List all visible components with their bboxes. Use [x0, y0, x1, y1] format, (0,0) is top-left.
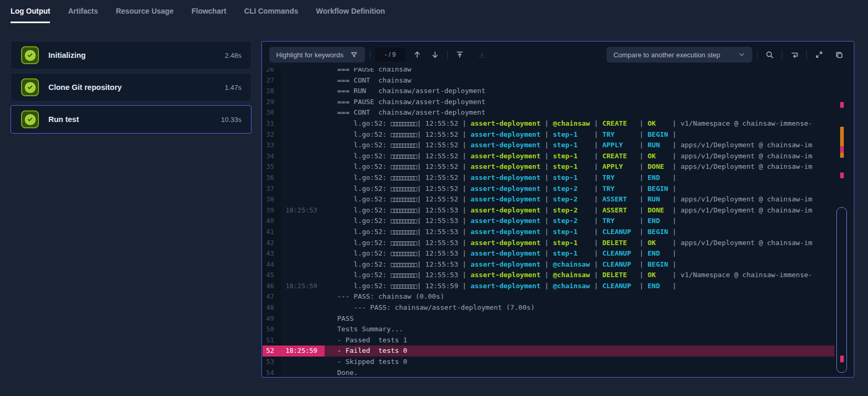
log-line[interactable]: 42 l.go:52: □□□□□□□□□| 12:55:53 | assert… [263, 238, 834, 249]
line-content: l.go:52: □□□□□□□□□| 12:55:52 | assert-de… [325, 118, 834, 129]
tab-label: Workflow Definition [316, 7, 385, 15]
scrollbar-thumb[interactable] [836, 207, 847, 373]
log-line[interactable]: 27 === CONT chainsaw [263, 75, 834, 86]
line-number: 48 [263, 302, 281, 313]
tab-cli-commands[interactable]: CLI Commands [244, 7, 298, 23]
line-content: l.go:52: □□□□□□□□□| 12:55:52 | assert-de… [325, 161, 834, 172]
line-content: --- PASS: chainsaw/assert-deployment (7.… [325, 302, 834, 313]
log-line[interactable]: 47 --- PASS: chainsaw (0.00s) [263, 291, 834, 302]
next-match-button[interactable] [428, 47, 442, 62]
search-icon[interactable] [762, 47, 777, 62]
line-number: 32 [263, 129, 281, 140]
line-content: --- PASS: chainsaw (0.00s) [325, 291, 834, 302]
tab-label: Resource Usage [116, 7, 174, 15]
tab-artifacts[interactable]: Artifacts [68, 7, 98, 23]
highlight-keywords-dropdown[interactable]: Highlight for keywords [269, 47, 365, 63]
log-line[interactable]: 28 === RUN chainsaw/assert-deployment [263, 86, 834, 97]
log-line[interactable]: 50 Tests Summary... [263, 324, 834, 335]
step-card-run-test[interactable]: Run test 10.33s [11, 105, 251, 134]
log-line[interactable]: 49 PASS [263, 313, 834, 324]
execution-steps-list: Initializing 2.48s Clone Git repository … [11, 41, 251, 137]
line-number: 49 [263, 313, 281, 324]
log-line[interactable]: 45 l.go:52: □□□□□□□□□| 12:55:53 | assert… [263, 270, 834, 281]
line-number: 34 [263, 151, 281, 162]
log-line[interactable]: 34 l.go:52: □□□□□□□□□| 12:55:52 | assert… [263, 151, 834, 162]
line-number: 35 [263, 161, 281, 172]
log-line[interactable]: 31 l.go:52: □□□□□□□□□| 12:55:52 | assert… [263, 118, 834, 129]
log-line[interactable]: 32 l.go:52: □□□□□□□□□| 12:55:52 | assert… [263, 129, 834, 140]
line-content: - Skipped tests 0 [325, 357, 834, 368]
log-line[interactable]: 51 - Passed tests 1 [263, 335, 834, 346]
log-line[interactable]: 52 18:25:59 - Failed tests 0 [263, 346, 834, 357]
expand-fullscreen-icon[interactable] [812, 47, 826, 62]
log-line[interactable]: 36 l.go:52: □□□□□□□□□| 12:55:52 | assert… [263, 172, 834, 184]
log-line[interactable]: 43 l.go:52: □□□□□□□□□| 12:55:53 | assert… [263, 248, 834, 259]
line-content: l.go:52: □□□□□□□□□| 12:55:52 | assert-de… [325, 140, 834, 151]
log-minimap-scrollbar[interactable] [834, 68, 853, 377]
line-content: === PAUSE chainsaw [325, 68, 834, 75]
line-number: 31 [263, 118, 281, 129]
line-content: l.go:52: □□□□□□□□□| 12:55:52 | assert-de… [325, 184, 834, 195]
log-line[interactable]: 48 --- PASS: chainsaw/assert-deployment … [263, 302, 834, 313]
step-duration: 10.33s [221, 116, 241, 124]
wrap-lines-icon[interactable] [787, 47, 802, 62]
tab-workflow-definition[interactable]: Workflow Definition [316, 7, 385, 23]
line-timestamp [281, 357, 325, 368]
line-timestamp [281, 291, 325, 302]
highlight-keywords-label: Highlight for keywords [276, 51, 344, 59]
step-card-initializing[interactable]: Initializing 2.48s [11, 41, 251, 69]
step-card-clone-git-repository[interactable]: Clone Git repository 1.47s [11, 73, 251, 101]
log-line[interactable]: 53 - Skipped tests 0 [263, 357, 834, 368]
log-line[interactable]: 33 l.go:52: □□□□□□□□□| 12:55:52 | assert… [263, 140, 834, 151]
compare-step-dropdown[interactable]: Compare to another execution step [607, 47, 752, 63]
toolbar-separator [447, 50, 448, 59]
line-content: === CONT chainsaw/assert-deployment [325, 107, 834, 118]
tab-flowchart[interactable]: Flowchart [191, 7, 226, 23]
tab-log-output[interactable]: Log Output [11, 7, 50, 23]
log-line[interactable]: 54 Done. [263, 368, 834, 377]
minimap-marker [840, 127, 844, 147]
line-timestamp [281, 75, 325, 86]
log-line[interactable]: 30 === CONT chainsaw/assert-deployment [263, 107, 834, 118]
line-content: l.go:52: □□□□□□□□□| 12:55:52 | assert-de… [325, 172, 834, 184]
line-number: 54 [263, 368, 281, 377]
line-number: 43 [263, 248, 281, 259]
line-timestamp [281, 227, 325, 238]
line-number: 38 [263, 194, 281, 205]
step-label: Run test [48, 115, 79, 124]
log-line[interactable]: 41 l.go:52: □□□□□□□□□| 12:55:53 | assert… [263, 227, 834, 238]
line-content: l.go:52: □□□□□□□□□| 12:55:53 | assert-de… [325, 270, 834, 281]
line-timestamp [281, 216, 325, 227]
log-lines-viewport[interactable]: 26 === PAUSE chainsaw 27 === CONT chains… [263, 68, 834, 377]
line-timestamp [281, 129, 325, 140]
log-line[interactable]: 37 l.go:52: □□□□□□□□□| 12:55:52 | assert… [263, 184, 834, 195]
tab-resource-usage[interactable]: Resource Usage [116, 7, 174, 23]
scroll-to-top-button[interactable] [452, 47, 467, 62]
line-content: === CONT chainsaw [325, 75, 834, 86]
previous-match-button[interactable] [410, 47, 425, 62]
step-success-icon [21, 46, 39, 64]
toolbar-separator [806, 50, 807, 59]
line-number: 36 [263, 172, 281, 184]
log-line[interactable]: 38 l.go:52: □□□□□□□□□| 12:55:52 | assert… [263, 194, 834, 205]
log-line[interactable]: 35 l.go:52: □□□□□□□□□| 12:55:52 | assert… [263, 161, 834, 172]
toolbar-separator [757, 50, 758, 59]
line-timestamp [281, 68, 325, 75]
line-content: l.go:52: □□□□□□□□□| 12:55:53 | assert-de… [325, 216, 834, 227]
line-content: l.go:52: □□□□□□□□□| 12:55:59 | assert-de… [325, 281, 834, 292]
log-line[interactable]: 26 === PAUSE chainsaw [263, 68, 834, 75]
log-line[interactable]: 46 18:25:59 l.go:52: □□□□□□□□□| 12:55:59… [263, 281, 834, 292]
log-line[interactable]: 29 === PAUSE chainsaw/assert-deployment [263, 97, 834, 108]
line-timestamp: 18:25:59 [281, 346, 325, 357]
copy-logs-icon[interactable] [832, 47, 846, 62]
minimap-marker [840, 356, 844, 362]
scroll-to-bottom-button[interactable] [475, 47, 489, 62]
line-content: Tests Summary... [325, 324, 834, 335]
log-line[interactable]: 40 l.go:52: □□□□□□□□□| 12:55:53 | assert… [263, 216, 834, 227]
log-line[interactable]: 44 l.go:52: □□□□□□□□□| 12:55:53 | assert… [263, 259, 834, 270]
line-content: - Passed tests 1 [325, 335, 834, 346]
log-line[interactable]: 39 18:25:53 l.go:52: □□□□□□□□□| 12:55:53… [263, 205, 834, 216]
minimap-marker [840, 102, 844, 108]
line-timestamp [281, 368, 325, 377]
line-timestamp [281, 86, 325, 97]
